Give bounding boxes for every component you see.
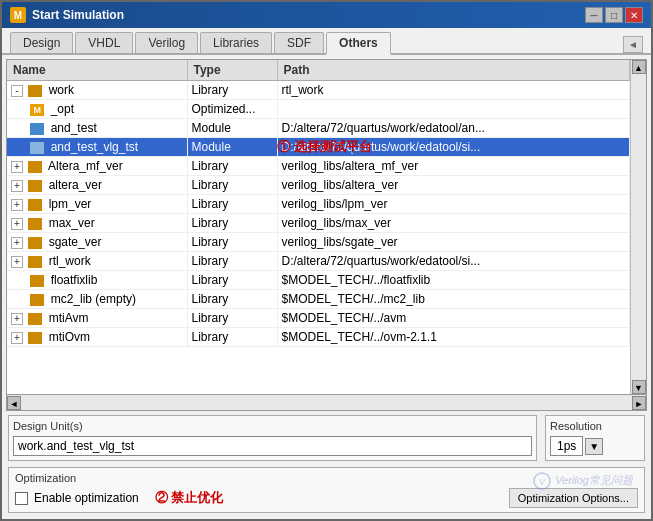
annotation-step2: ② 禁止优化 [155, 489, 224, 507]
row-type: Library [187, 309, 277, 328]
tab-design[interactable]: Design [10, 32, 73, 53]
library-icon [28, 85, 42, 97]
expand-icon[interactable]: + [11, 332, 23, 344]
table-row[interactable]: + lpm_ver Library verilog_libs/lpm_ver [7, 195, 630, 214]
title-bar-left: M Start Simulation [10, 7, 124, 23]
expand-icon[interactable]: + [11, 218, 23, 230]
table-row[interactable]: - work Library rtl_work [7, 81, 630, 100]
tab-libraries[interactable]: Libraries [200, 32, 272, 53]
row-type: Module [187, 119, 277, 138]
library-icon [28, 199, 42, 211]
module-icon [30, 123, 44, 135]
row-type: Library [187, 252, 277, 271]
design-unit-box: Design Unit(s) [8, 415, 537, 461]
scroll-left[interactable]: ◄ [7, 396, 21, 410]
optimization-options-button[interactable]: Optimization Options... [509, 488, 638, 508]
scroll-up[interactable]: ▲ [632, 60, 646, 74]
expand-icon[interactable]: - [11, 85, 23, 97]
row-type: Library [187, 328, 277, 347]
main-content: Name Type Path - work [2, 55, 651, 519]
row-type: Library [187, 271, 277, 290]
design-unit-input[interactable] [13, 436, 532, 456]
expand-icon[interactable]: + [11, 199, 23, 211]
horizontal-scrollbar[interactable]: ◄ ► [6, 395, 647, 411]
expand-icon[interactable]: + [11, 161, 23, 173]
tab-sdf[interactable]: SDF [274, 32, 324, 53]
row-name: - work [7, 81, 187, 100]
table-row[interactable]: + sgate_ver Library verilog_libs/sgate_v… [7, 233, 630, 252]
row-path: verilog_libs/sgate_ver [277, 233, 630, 252]
table-row[interactable]: + mtiOvm Library $MODEL_TECH/../ovm-2.1.… [7, 328, 630, 347]
row-name: and_test [7, 119, 187, 138]
expand-icon[interactable]: + [11, 313, 23, 325]
table-row[interactable]: and_test Module D:/altera/72/quartus/wor… [7, 119, 630, 138]
col-type: Type [187, 60, 277, 81]
library-icon [28, 256, 42, 268]
row-type: Library [187, 233, 277, 252]
row-path: verilog_libs/altera_mf_ver [277, 157, 630, 176]
row-name: and_test_vlg_tst ① 选择测试平台 [7, 138, 187, 157]
tab-others[interactable]: Others [326, 32, 391, 55]
library-icon [28, 237, 42, 249]
collapse-button[interactable]: ◄ [623, 36, 643, 53]
library-icon [28, 161, 42, 173]
table-row[interactable]: + Altera_mf_ver Library verilog_libs/alt… [7, 157, 630, 176]
row-type: Module [187, 138, 277, 157]
tab-verilog[interactable]: Verilog [135, 32, 198, 53]
table-row[interactable]: floatfixlib Library $MODEL_TECH/../float… [7, 271, 630, 290]
table-row[interactable]: M _opt Optimized... [7, 100, 630, 119]
row-name: + max_ver [7, 214, 187, 233]
enable-optimization-checkbox[interactable] [15, 492, 28, 505]
row-type: Optimized... [187, 100, 277, 119]
tree-table-container[interactable]: Name Type Path - work [7, 60, 630, 394]
app-icon: M [10, 7, 26, 23]
resolution-value: 1ps [550, 436, 583, 456]
col-name: Name [7, 60, 187, 81]
row-name: mc2_lib (empty) [7, 290, 187, 309]
row-path: verilog_libs/lpm_ver [277, 195, 630, 214]
table-row[interactable]: mc2_lib (empty) Library $MODEL_TECH/../m… [7, 290, 630, 309]
resolution-box: Resolution 1ps ▼ [545, 415, 645, 461]
window-controls: ─ □ ✕ [585, 7, 643, 23]
table-row[interactable]: + rtl_work Library D:/altera/72/quartus/… [7, 252, 630, 271]
row-type: Library [187, 290, 277, 309]
library-icon [30, 275, 44, 287]
table-row-selected[interactable]: and_test_vlg_tst ① 选择测试平台 Module D:/alte… [7, 138, 630, 157]
annotation-step1: ① 选择测试平台 [277, 138, 372, 156]
library-icon [30, 294, 44, 306]
main-window: M Start Simulation ─ □ ✕ Design VHDL Ver… [0, 0, 653, 521]
row-path: $MODEL_TECH/../mc2_lib [277, 290, 630, 309]
close-button[interactable]: ✕ [625, 7, 643, 23]
row-path: $MODEL_TECH/../floatfixlib [277, 271, 630, 290]
row-name: + Altera_mf_ver [7, 157, 187, 176]
row-type: Library [187, 176, 277, 195]
row-name: + sgate_ver [7, 233, 187, 252]
library-icon [28, 332, 42, 344]
row-name: + rtl_work [7, 252, 187, 271]
row-path: rtl_work [277, 81, 630, 100]
resolution-dropdown[interactable]: ▼ [585, 438, 603, 455]
scroll-down[interactable]: ▼ [632, 380, 646, 394]
tabs-container: Design VHDL Verilog Libraries SDF Others… [2, 28, 651, 55]
expand-icon[interactable]: + [11, 237, 23, 249]
table-row[interactable]: + altera_ver Library verilog_libs/altera… [7, 176, 630, 195]
row-path [277, 100, 630, 119]
table-row[interactable]: + max_ver Library verilog_libs/max_ver [7, 214, 630, 233]
row-type: Library [187, 195, 277, 214]
library-table: Name Type Path - work [7, 60, 630, 347]
row-path: verilog_libs/max_ver [277, 214, 630, 233]
module-icon [30, 142, 44, 154]
row-type: Library [187, 81, 277, 100]
expand-icon[interactable]: + [11, 256, 23, 268]
row-path: verilog_libs/altera_ver [277, 176, 630, 195]
maximize-button[interactable]: □ [605, 7, 623, 23]
scroll-right[interactable]: ► [632, 396, 646, 410]
row-name: M _opt [7, 100, 187, 119]
row-name: floatfixlib [7, 271, 187, 290]
minimize-button[interactable]: ─ [585, 7, 603, 23]
table-row[interactable]: + mtiAvm Library $MODEL_TECH/../avm [7, 309, 630, 328]
tab-vhdl[interactable]: VHDL [75, 32, 133, 53]
library-icon [28, 180, 42, 192]
expand-icon[interactable]: + [11, 180, 23, 192]
row-name: + altera_ver [7, 176, 187, 195]
